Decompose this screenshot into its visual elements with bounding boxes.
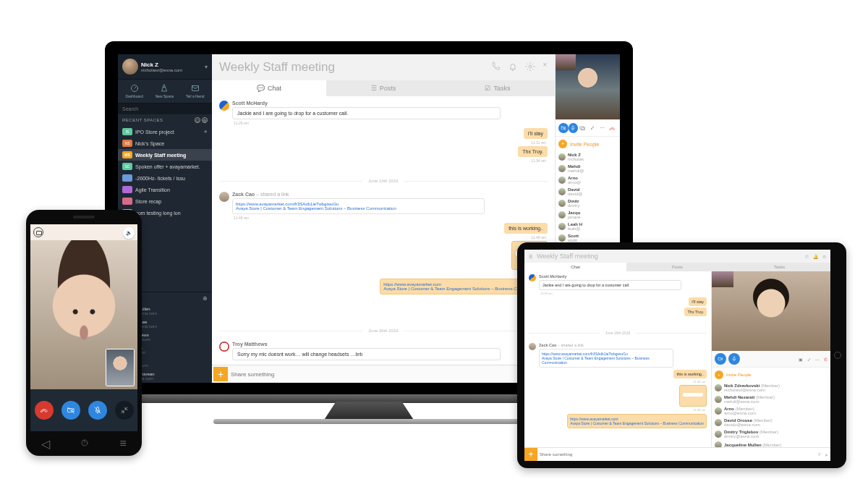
hangup-button[interactable]: ✆ [824, 357, 827, 362]
attachment-preview[interactable] [679, 385, 707, 407]
mic-toggle-button[interactable] [569, 123, 579, 133]
more-icon[interactable]: ⋯ [815, 357, 820, 362]
person-row[interactable]: Nick Zdravkovski (Member)nicholasz@esna.… [712, 382, 830, 394]
add-dm[interactable]: ⊕ [203, 295, 208, 302]
more-icon[interactable]: ⋯ [597, 123, 608, 133]
tablet-video[interactable] [712, 271, 830, 351]
bell-icon[interactable] [508, 62, 518, 73]
recent-spaces-header: RECENT SPACES ⊙ ⊕ [118, 114, 212, 126]
phone-device: 🔈 ◁ ≡ [26, 210, 142, 456]
svg-rect-4 [572, 126, 574, 129]
tablet-chat[interactable]: Scott McHardy Jackie and I are going to … [524, 271, 711, 447]
camera-toggle-button[interactable] [61, 401, 80, 420]
person-row[interactable]: Dmitrdmitry [556, 198, 620, 209]
compose-input[interactable] [228, 368, 530, 381]
call-icon[interactable]: ✆ [805, 254, 809, 259]
plus-circle-icon: + [715, 370, 723, 379]
space-item[interactable]: Store recap [118, 195, 212, 207]
space-item[interactable]: ISIPO Store project★ [118, 126, 212, 137]
date-separator: June 19th 2016 [219, 181, 548, 186]
camera-icon[interactable] [33, 227, 43, 237]
avatar [529, 274, 536, 281]
space-tag: IS [122, 128, 132, 135]
person-row[interactable]: David Orouse (Member)davido@esna.com [712, 417, 830, 428]
chat-scroll[interactable]: Scott McHardy Jackie and I are going to … [212, 96, 555, 365]
link-card-mine[interactable]: https://www.avayamarket.com Avaya Store … [567, 414, 707, 428]
close-icon[interactable]: ✕ [542, 62, 548, 73]
tab-tasks[interactable]: Tasks [728, 263, 830, 271]
attach-icon[interactable]: 𝒞 [815, 452, 822, 457]
space-item[interactable]: -2600Hz- tickets / issu [118, 172, 212, 184]
profile-header[interactable]: Nick Z nicholasz@esna.com ▾ [118, 54, 212, 79]
hangup-button[interactable] [608, 123, 618, 133]
camera-toggle-button[interactable] [715, 353, 726, 365]
phone-video-pip[interactable] [106, 349, 135, 386]
person-row[interactable]: Nick Znicholas [556, 151, 620, 163]
screenshare-icon[interactable] [578, 123, 588, 133]
tab-posts[interactable]: ☰Posts [326, 80, 441, 96]
space-item[interactable]: SCSpoken offer + avayamarket. [118, 161, 212, 172]
invite-people[interactable]: + Invite People [556, 137, 620, 151]
nav-tell-friend[interactable]: Tell a friend [186, 84, 205, 98]
link-card[interactable]: https://www.avayamarket.com/fr3SAdb1ieTw… [539, 349, 673, 368]
sidebar-search-input[interactable] [118, 103, 212, 114]
avatar [715, 396, 722, 403]
avatar [715, 407, 722, 415]
person-row[interactable]: Arno (Member)arno@esna.com [712, 405, 830, 417]
compose-input[interactable] [537, 450, 815, 459]
send-icon[interactable]: ➤ [822, 452, 830, 457]
back-icon[interactable]: ◁ [41, 437, 50, 451]
chat-icon: 💬 [257, 85, 265, 92]
gear-icon[interactable] [525, 62, 535, 73]
mic-toggle-button[interactable] [728, 353, 740, 365]
person-row[interactable]: Dmitry Triglebov (Member)dmitry@esna.com [712, 428, 830, 440]
tab-chat[interactable]: 💬Chat [212, 80, 326, 96]
hangup-button[interactable] [35, 401, 54, 420]
chevron-down-icon[interactable]: ▾ [205, 64, 208, 70]
link-card[interactable]: https://www.avayamarket.com/fr3SAdb1ieTw… [232, 198, 485, 214]
call-icon[interactable] [490, 62, 501, 73]
message-bubble-mine: Thx Troy. [684, 308, 707, 316]
person-row[interactable]: Mehdi Nezarati (Member)mehdi@esna.com [712, 394, 830, 405]
speaker-button[interactable]: 🔈 [123, 227, 135, 239]
compose-plus-button[interactable]: + [213, 367, 228, 381]
menu-icon[interactable]: ≡ [120, 437, 127, 450]
compose-plus-button[interactable]: + [524, 448, 537, 461]
tab-chat[interactable]: Chat [524, 263, 626, 271]
collapse-button[interactable] [115, 401, 134, 420]
expand-icon[interactable]: ⤢ [588, 123, 598, 133]
message-bubble-mine: I'll stay [524, 128, 548, 139]
tab-posts[interactable]: Posts [626, 263, 728, 271]
avatar [715, 419, 722, 426]
tasks-icon: ☑ [485, 85, 490, 92]
star-icon[interactable]: ★ [203, 129, 208, 135]
person-row[interactable]: Mehdimehdi@ [556, 163, 620, 174]
tablet-home-button[interactable] [834, 352, 841, 359]
tablet-device: ☰ Weekly Staff meeting ✆ 🔔 ⚙ Chat Posts … [517, 242, 846, 468]
gear-icon[interactable]: ⚙ [822, 254, 826, 259]
person-row[interactable]: Leah Hleah@ [556, 221, 620, 232]
power-icon[interactable] [80, 437, 89, 450]
person-row[interactable]: Jacqujacque [556, 209, 620, 221]
add-space[interactable]: ⊙ ⊕ [193, 117, 208, 123]
screenshare-icon[interactable]: ▣ [799, 357, 803, 362]
camera-toggle-button[interactable] [558, 123, 569, 133]
space-item[interactable]: Agile Transition [118, 184, 212, 195]
mic-toggle-button[interactable] [88, 401, 107, 420]
avatar [122, 59, 138, 75]
video-pip[interactable] [556, 54, 576, 70]
person-row[interactable]: Jacqueline Mullen (Member) [712, 440, 830, 447]
person-row[interactable]: Daviddavid@ [556, 186, 620, 198]
expand-icon[interactable]: ⤢ [807, 357, 811, 362]
person-row[interactable]: Arnoarno@ [556, 174, 620, 186]
nav-dashboard[interactable]: Dashboard [125, 84, 142, 98]
nav-new-space[interactable]: New Space [156, 84, 174, 98]
video-pip[interactable] [712, 271, 733, 287]
tab-tasks[interactable]: ☑Tasks [441, 80, 555, 96]
bell-icon[interactable]: 🔔 [813, 254, 818, 259]
invite-people[interactable]: + Invite People [712, 368, 830, 382]
hamburger-icon[interactable]: ☰ [529, 254, 532, 259]
video-feed[interactable] [556, 54, 620, 119]
space-item-active[interactable]: WSWeekly Staff meeting [118, 149, 212, 161]
space-item[interactable]: NSNick's Space [118, 137, 212, 149]
